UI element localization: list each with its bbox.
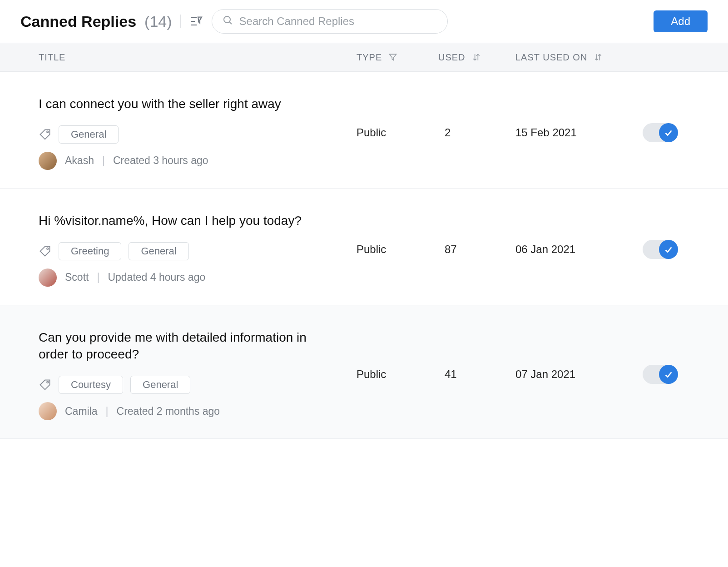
sort-icon[interactable] <box>472 53 481 62</box>
add-button[interactable]: Add <box>654 10 708 32</box>
author-name: Camila <box>65 405 98 418</box>
check-icon <box>659 240 678 259</box>
tag[interactable]: Courtesy <box>59 376 123 394</box>
column-last-used-label: LAST USED ON <box>515 52 587 63</box>
reply-title: Can you provide me with detailed informa… <box>39 329 338 363</box>
avatar <box>39 152 57 170</box>
avatar <box>39 269 57 287</box>
author-name: Scott <box>65 271 89 284</box>
sort-icon[interactable] <box>594 53 603 62</box>
column-used[interactable]: USED <box>438 52 515 63</box>
reply-title: I can connect you with the seller right … <box>39 95 338 113</box>
row-last-used: 06 Jan 2021 <box>515 243 634 256</box>
column-title[interactable]: TITLE <box>39 52 357 63</box>
svg-point-6 <box>47 248 49 249</box>
table-row[interactable]: Hi %visitor.name%, How can I help you to… <box>0 189 728 305</box>
tag-icon <box>39 128 51 141</box>
search-icon <box>223 15 233 28</box>
meta-separator: | <box>106 405 109 418</box>
column-last-used[interactable]: LAST USED ON <box>515 52 634 63</box>
divider <box>180 15 181 28</box>
row-main: Can you provide me with detailed informa… <box>39 329 357 421</box>
row-used: 41 <box>438 368 515 381</box>
enable-toggle[interactable] <box>643 240 678 259</box>
tag-line: GreetingGeneral <box>39 242 357 260</box>
reply-title: Hi %visitor.name%, How can I help you to… <box>39 212 338 229</box>
meta-text: Updated 4 hours ago <box>108 271 205 284</box>
meta-line: Akash|Created 3 hours ago <box>39 152 357 170</box>
tag-line: CourtesyGeneral <box>39 376 357 394</box>
row-toggle-cell <box>634 123 708 142</box>
row-last-used: 15 Feb 2021 <box>515 126 634 139</box>
meta-line: Camila|Created 2 months ago <box>39 402 357 420</box>
tag[interactable]: General <box>130 376 190 394</box>
row-used: 2 <box>438 126 515 139</box>
search-input[interactable] <box>212 9 448 34</box>
meta-line: Scott|Updated 4 hours ago <box>39 269 357 287</box>
row-used: 87 <box>438 243 515 256</box>
svg-point-7 <box>47 382 49 383</box>
meta-separator: | <box>102 154 105 167</box>
row-toggle-cell <box>634 365 708 384</box>
svg-line-4 <box>229 22 232 24</box>
table-row[interactable]: I can connect you with the seller right … <box>0 72 728 189</box>
svg-point-5 <box>47 131 49 133</box>
tag-icon <box>39 378 51 391</box>
row-type: Public <box>357 243 438 256</box>
meta-text: Created 3 hours ago <box>113 154 208 167</box>
row-main: I can connect you with the seller right … <box>39 95 357 170</box>
page-header: Canned Replies (14) Add <box>0 0 728 43</box>
table-row[interactable]: Can you provide me with detailed informa… <box>0 305 728 439</box>
column-used-label: USED <box>438 52 466 63</box>
tag[interactable]: General <box>59 125 119 144</box>
tag-icon <box>39 245 51 258</box>
row-last-used: 07 Jan 2021 <box>515 368 634 381</box>
row-type: Public <box>357 368 438 381</box>
rows-container: I can connect you with the seller right … <box>0 72 728 439</box>
avatar <box>39 402 57 420</box>
check-icon <box>659 365 678 384</box>
search-wrap <box>212 9 448 34</box>
filter-icon[interactable] <box>189 14 203 29</box>
meta-separator: | <box>97 271 99 284</box>
author-name: Akash <box>65 154 94 167</box>
svg-point-3 <box>224 16 230 23</box>
row-type: Public <box>357 126 438 139</box>
funnel-icon[interactable] <box>388 53 397 62</box>
enable-toggle[interactable] <box>643 365 678 384</box>
tag-line: General <box>39 125 357 144</box>
row-main: Hi %visitor.name%, How can I help you to… <box>39 212 357 287</box>
tag[interactable]: Greeting <box>59 242 121 260</box>
page-title: Canned Replies <box>20 13 136 30</box>
meta-text: Created 2 months ago <box>117 405 220 418</box>
enable-toggle[interactable] <box>643 123 678 142</box>
row-toggle-cell <box>634 240 708 259</box>
column-type-label: TYPE <box>357 52 382 63</box>
column-header-row: TITLE TYPE USED LAST USED ON <box>0 43 728 72</box>
tag[interactable]: General <box>129 242 188 260</box>
check-icon <box>659 123 678 142</box>
page-count: (14) <box>144 13 172 30</box>
column-type[interactable]: TYPE <box>357 52 438 63</box>
